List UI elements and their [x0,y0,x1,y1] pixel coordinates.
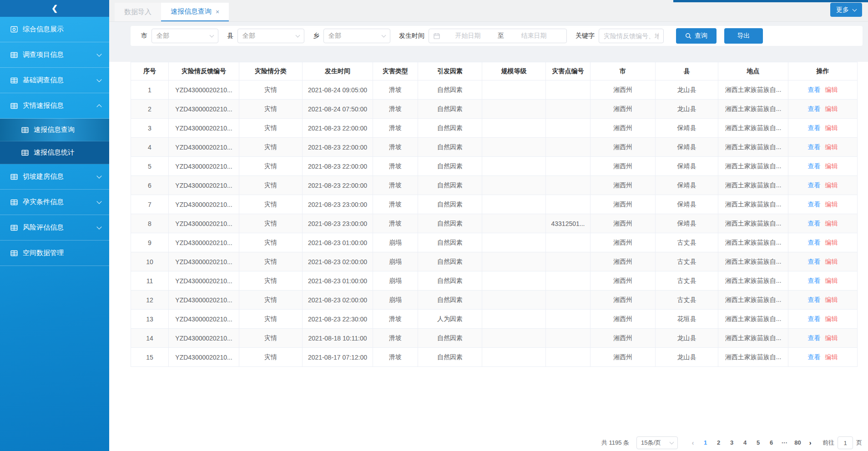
view-link[interactable]: 查看 [808,315,821,322]
sidebar-subitem-2[interactable]: 速报信息统计 [0,141,109,164]
view-link[interactable]: 查看 [808,181,821,189]
edit-link[interactable]: 编辑 [825,86,838,93]
column-header: 序号 [131,62,169,80]
table-cell: 湘西土家族苗族自... [718,271,788,291]
table-cell [546,291,590,310]
date-end-placeholder[interactable]: 结束日期 [506,32,562,40]
view-link[interactable]: 查看 [808,239,821,246]
county-select[interactable]: 全部 [237,29,304,43]
prev-page-button[interactable]: ‹ [687,439,699,446]
keyword-input[interactable] [599,29,664,43]
view-link[interactable]: 查看 [808,220,821,227]
next-page-button[interactable]: › [804,439,816,446]
report-table: 序号灾险情反馈编号灾险情分类发生时间灾害类型引发因素规模等级灾害点编号市县地点操… [131,62,858,367]
page-number[interactable]: 6 [765,436,778,449]
table-row: 14YZD43000020210...灾情2021-08-18 10:11:00… [131,329,858,348]
view-link[interactable]: 查看 [808,105,821,112]
table-row: 1YZD43000020210...灾情2021-08-24 09:05:00滑… [131,80,858,100]
actions-cell: 查看编辑 [788,252,858,271]
table-cell: 2021-08-23 22:00:00 [303,138,373,157]
edit-link[interactable]: 编辑 [825,353,838,361]
sidebar-item-5[interactable]: 切坡建房信息 [0,164,109,190]
table-cell [482,310,546,329]
date-range-picker[interactable]: 开始日期 至 结束日期 [429,29,567,43]
table-row: 8YZD43000020210...灾情2021-08-23 23:00:00滑… [131,214,858,233]
table-cell: 湘西州 [590,271,656,291]
edit-link[interactable]: 编辑 [825,220,838,227]
view-link[interactable]: 查看 [808,296,821,303]
sidebar-subitem-1[interactable]: 速报信息查询 [0,119,109,141]
tab-1[interactable]: 数据导入 [115,3,161,21]
view-link[interactable]: 查看 [808,200,821,208]
table-cell: 自然因素 [418,138,482,157]
more-pages-icon[interactable]: ··· [778,436,791,449]
edit-link[interactable]: 编辑 [825,334,838,341]
table-row: 10YZD43000020210...灾情2021-08-23 02:00:00… [131,252,858,271]
sidebar-item-label: 切坡建房信息 [23,172,97,181]
export-button[interactable]: 导出 [724,28,763,44]
town-select-value: 全部 [328,32,341,40]
sidebar-item-label: 灾情速报信息 [23,101,97,110]
edit-link[interactable]: 编辑 [825,315,838,322]
page-number[interactable]: 5 [752,436,765,449]
sidebar-item-7[interactable]: 风险评估信息 [0,215,109,241]
edit-link[interactable]: 编辑 [825,124,838,131]
edit-link[interactable]: 编辑 [825,181,838,189]
chevron-down-icon [853,7,857,11]
sidebar-collapse-icon[interactable]: ❮ [51,4,58,13]
edit-link[interactable]: 编辑 [825,143,838,150]
table-cell: 自然因素 [418,80,482,100]
tab-2[interactable]: 速报信息查询× [161,3,229,21]
column-header: 市 [590,62,656,80]
table-cell: 滑坡 [373,348,418,367]
sidebar-item-4[interactable]: 灾情速报信息 [0,93,109,119]
view-link[interactable]: 查看 [808,124,821,131]
city-select[interactable]: 全部 [151,29,218,43]
edit-link[interactable]: 编辑 [825,105,838,112]
sidebar-item-3[interactable]: 基础调查信息 [0,68,109,93]
view-link[interactable]: 查看 [808,86,821,93]
view-link[interactable]: 查看 [808,353,821,361]
search-button[interactable]: 查询 [676,28,717,44]
sidebar-item-label: 调查项目信息 [23,50,97,59]
edit-link[interactable]: 编辑 [825,296,838,303]
more-button[interactable]: 更多 [830,3,862,17]
table-cell [482,252,546,271]
edit-link[interactable]: 编辑 [825,258,838,265]
edit-link[interactable]: 编辑 [825,200,838,208]
page-number[interactable]: 1 [699,436,712,449]
top-strip [673,0,868,2]
edit-link[interactable]: 编辑 [825,239,838,246]
page-number[interactable]: 2 [712,436,725,449]
table-cell: 保靖县 [656,157,718,176]
table-cell: 2021-08-23 01:00:00 [303,271,373,291]
sidebar-item-1[interactable]: 综合信息展示 [0,17,109,42]
page-number[interactable]: 80 [791,436,804,449]
close-icon[interactable]: × [216,9,219,15]
town-select[interactable]: 全部 [323,29,390,43]
goto-page-input[interactable] [838,436,853,449]
grid-icon [10,51,18,59]
table-cell: 14 [131,329,169,348]
view-link[interactable]: 查看 [808,258,821,265]
sidebar-item-2[interactable]: 调查项目信息 [0,42,109,68]
edit-link[interactable]: 编辑 [825,277,838,284]
table-cell: 2021-08-23 22:00:00 [303,176,373,195]
sidebar-item-8[interactable]: 空间数据管理 [0,241,109,266]
table-cell: 滑坡 [373,157,418,176]
table-cell: 8 [131,214,169,233]
view-link[interactable]: 查看 [808,143,821,150]
date-start-placeholder[interactable]: 开始日期 [440,32,496,40]
view-link[interactable]: 查看 [808,334,821,341]
column-header: 发生时间 [303,62,373,80]
page-size-select[interactable]: 15条/页 [636,436,678,449]
table-cell: 2021-08-23 02:00:00 [303,291,373,310]
sidebar-item-6[interactable]: 孕灾条件信息 [0,190,109,215]
column-header: 地点 [718,62,788,80]
page-number[interactable]: 3 [725,436,738,449]
page-number[interactable]: 4 [738,436,752,449]
view-link[interactable]: 查看 [808,162,821,170]
table-cell: YZD43000020210... [169,214,239,233]
edit-link[interactable]: 编辑 [825,162,838,170]
view-link[interactable]: 查看 [808,277,821,284]
